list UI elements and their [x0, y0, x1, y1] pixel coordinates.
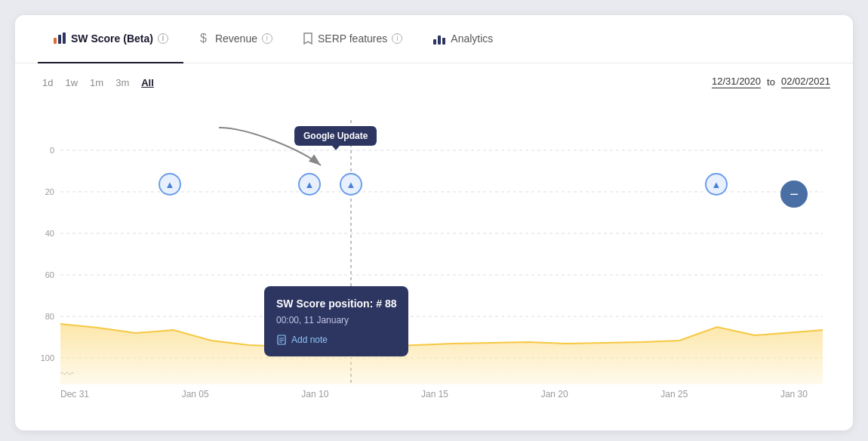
- tab-serp-label: SERP features: [318, 32, 387, 45]
- svg-text:20: 20: [45, 187, 54, 196]
- date-to[interactable]: 02/02/2021: [781, 76, 830, 88]
- bar-chart-icon: [53, 32, 66, 45]
- wave-icon: 〰: [60, 367, 74, 383]
- sw-score-tooltip: SW Score position: # 88 00:00, 11 Januar…: [264, 286, 408, 356]
- tab-sw-score[interactable]: SW Score (Beta) i: [38, 15, 183, 63]
- sw-score-time: 00:00, 11 January: [276, 313, 396, 328]
- svg-text:$: $: [200, 32, 207, 45]
- date-range: 12/31/2020 to 02/02/2021: [712, 76, 830, 88]
- analytics-icon: [432, 32, 446, 45]
- dollar-icon: $: [199, 32, 211, 45]
- date-separator: to: [767, 76, 775, 88]
- google-update-tooltip: Google Update: [294, 126, 377, 146]
- svg-rect-1: [58, 35, 61, 44]
- tab-revenue-label: Revenue: [215, 32, 257, 45]
- svg-text:80: 80: [45, 312, 54, 321]
- svg-text:60: 60: [45, 270, 54, 279]
- note-icon: [276, 335, 287, 345]
- marker-1[interactable]: ▲: [159, 173, 181, 196]
- main-card: SW Score (Beta) i $ Revenue i SERP featu…: [15, 15, 853, 430]
- tab-sw-score-label: SW Score (Beta): [71, 32, 153, 45]
- svg-text:0: 0: [50, 146, 54, 155]
- svg-rect-2: [63, 32, 66, 44]
- tab-revenue[interactable]: $ Revenue i: [183, 15, 288, 63]
- marker-2[interactable]: ▲: [298, 173, 321, 196]
- time-btn-1d[interactable]: 1d: [38, 76, 57, 90]
- chart-svg: 0 20 40 60 80 100: [38, 120, 830, 399]
- x-axis-labels: Dec 31 Jan 05 Jan 10 Jan 15 Jan 20 Jan 2…: [38, 389, 830, 399]
- date-from[interactable]: 12/31/2020: [712, 76, 761, 88]
- svg-text:100: 100: [41, 353, 54, 362]
- x-label-jan15: Jan 15: [421, 389, 448, 399]
- x-label-jan20: Jan 20: [541, 389, 568, 399]
- revenue-info-icon[interactable]: i: [262, 33, 272, 44]
- time-btn-1w[interactable]: 1w: [60, 76, 82, 90]
- tab-serp[interactable]: SERP features i: [288, 15, 417, 63]
- time-btn-all[interactable]: All: [137, 76, 159, 90]
- tab-analytics[interactable]: Analytics: [417, 15, 508, 63]
- svg-rect-0: [54, 38, 57, 44]
- marker-4[interactable]: ▲: [705, 173, 728, 196]
- tab-analytics-label: Analytics: [451, 32, 493, 45]
- svg-rect-4: [433, 39, 436, 45]
- chart-container: 0 20 40 60 80 100: [38, 97, 830, 399]
- minus-button[interactable]: −: [780, 180, 808, 208]
- x-label-dec31: Dec 31: [60, 389, 89, 399]
- chart-area: 1d 1w 1m 3m All 12/31/2020 to 02/02/2021: [15, 63, 853, 415]
- time-btn-1m[interactable]: 1m: [85, 76, 108, 90]
- svg-rect-5: [438, 35, 441, 45]
- time-btn-3m[interactable]: 3m: [111, 76, 134, 90]
- add-note-btn[interactable]: Add note: [276, 333, 396, 347]
- x-label-jan25: Jan 25: [660, 389, 688, 399]
- svg-rect-6: [442, 38, 445, 45]
- tab-bar: SW Score (Beta) i $ Revenue i SERP featu…: [15, 15, 853, 63]
- x-label-jan10: Jan 10: [301, 389, 328, 399]
- sw-score-title: SW Score position: # 88: [276, 295, 396, 312]
- sw-score-info-icon[interactable]: i: [158, 33, 168, 44]
- x-label-jan30: Jan 30: [780, 389, 808, 399]
- svg-text:40: 40: [45, 229, 54, 238]
- serp-info-icon[interactable]: i: [392, 33, 402, 44]
- marker-3[interactable]: ▲: [340, 173, 362, 196]
- x-label-jan05: Jan 05: [182, 389, 209, 399]
- bookmark-icon: [303, 32, 313, 45]
